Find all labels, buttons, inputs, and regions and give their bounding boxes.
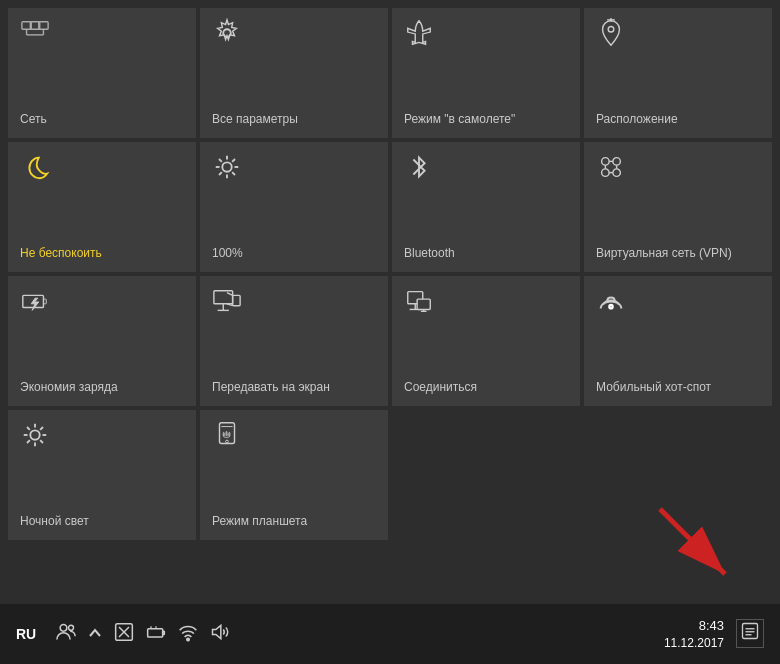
tile-network[interactable]: Сеть — [8, 8, 196, 138]
svg-marker-67 — [213, 625, 221, 638]
tile-settings-label: Все параметры — [212, 112, 376, 128]
svg-point-66 — [187, 638, 190, 641]
tile-nightlight[interactable]: Ночной свет — [8, 410, 196, 540]
svg-rect-33 — [233, 295, 241, 305]
svg-rect-63 — [163, 631, 165, 634]
taskbar-language: RU — [16, 626, 36, 642]
svg-rect-39 — [417, 299, 430, 309]
tile-donotdisturb[interactable]: Не беспокоить — [8, 142, 196, 272]
tiles-row-4: Ночной свет Режим планшета — [8, 410, 772, 540]
svg-line-49 — [40, 440, 43, 443]
tile-brightness-label: 100% — [212, 246, 376, 262]
taskbar-power-icon[interactable] — [146, 622, 166, 647]
taskbar-time-value: 8:43 — [664, 617, 724, 635]
tile-airplane[interactable]: Режим "в самолете" — [392, 8, 580, 138]
svg-rect-62 — [148, 628, 163, 636]
svg-rect-68 — [743, 624, 758, 639]
taskbar-people-icon[interactable] — [56, 622, 76, 647]
tile-brightness[interactable]: 100% — [200, 142, 388, 272]
tablet-icon — [212, 420, 376, 455]
tile-hotspot-label: Мобильный хот-спот — [596, 380, 760, 396]
svg-line-51 — [27, 440, 30, 443]
vpn-icon — [596, 152, 760, 187]
taskbar-action-center-button[interactable] — [736, 619, 764, 648]
svg-point-22 — [602, 169, 610, 177]
svg-line-19 — [219, 172, 222, 175]
hotspot-icon — [596, 286, 760, 321]
tile-donotdisturb-label: Не беспокоить — [20, 246, 184, 262]
battery-icon — [20, 286, 184, 321]
tile-project[interactable]: Передавать на экран — [200, 276, 388, 406]
taskbar-wifi-icon[interactable] — [178, 622, 198, 647]
svg-point-53 — [226, 440, 229, 443]
svg-point-21 — [613, 158, 621, 166]
svg-line-34 — [227, 293, 233, 296]
svg-point-58 — [69, 625, 74, 630]
tile-battery-label: Экономия заряда — [20, 380, 184, 396]
tile-nightlight-label: Ночной свет — [20, 514, 184, 530]
svg-line-50 — [40, 427, 43, 430]
tile-vpn-label: Виртуальная сеть (VPN) — [596, 246, 760, 262]
tile-hotspot[interactable]: Мобильный хот-спот — [584, 276, 772, 406]
svg-point-57 — [60, 624, 67, 631]
tile-battery[interactable]: Экономия заряда — [8, 276, 196, 406]
tile-network-label: Сеть — [20, 112, 184, 128]
tile-tablet[interactable]: Режим планшета — [200, 410, 388, 540]
svg-point-8 — [608, 26, 614, 32]
taskbar: RU — [0, 604, 780, 664]
tile-vpn[interactable]: Виртуальная сеть (VPN) — [584, 142, 772, 272]
tile-airplane-label: Режим "в самолете" — [404, 112, 568, 128]
svg-line-16 — [219, 159, 222, 162]
tiles-row-3: Экономия заряда Передавать на экран — [8, 276, 772, 406]
airplane-icon — [404, 18, 568, 53]
taskbar-nonotif-icon[interactable] — [114, 622, 134, 647]
location-icon — [596, 18, 760, 53]
svg-rect-29 — [43, 299, 46, 304]
taskbar-datetime: 8:43 11.12.2017 — [664, 617, 724, 652]
taskbar-date-value: 11.12.2017 — [664, 635, 724, 652]
bluetooth-icon — [404, 152, 568, 187]
tile-tablet-label: Режим планшета — [212, 514, 376, 530]
taskbar-right-section: 8:43 11.12.2017 — [664, 617, 764, 652]
tiles-row-2: Не беспокоить 100% — [8, 142, 772, 272]
svg-point-43 — [30, 430, 39, 439]
tile-connect[interactable]: Соединиться — [392, 276, 580, 406]
svg-rect-30 — [214, 291, 233, 304]
svg-line-17 — [232, 172, 235, 175]
svg-point-23 — [613, 169, 621, 177]
tile-location-label: Расположение — [596, 112, 760, 128]
tile-bluetooth[interactable]: Bluetooth — [392, 142, 580, 272]
empty-tile-4 — [584, 410, 772, 540]
tile-settings[interactable]: Все параметры — [200, 8, 388, 138]
taskbar-expand-icon[interactable] — [88, 624, 102, 645]
svg-point-11 — [222, 162, 231, 171]
tile-location[interactable]: Расположение — [584, 8, 772, 138]
moon-icon — [20, 152, 184, 187]
connect-icon — [404, 286, 568, 321]
taskbar-volume-icon[interactable] — [210, 622, 230, 647]
project-icon — [212, 286, 376, 321]
action-center: Сеть Все параметры Режим "в самолете" — [0, 0, 780, 604]
svg-point-20 — [602, 158, 610, 166]
tile-connect-label: Соединиться — [404, 380, 568, 396]
empty-tile-3 — [392, 410, 580, 540]
tiles-row-1: Сеть Все параметры Режим "в самолете" — [8, 8, 772, 138]
tile-project-label: Передавать на экран — [212, 380, 376, 396]
svg-line-48 — [27, 427, 30, 430]
svg-point-42 — [609, 305, 613, 309]
network-icon — [20, 18, 184, 53]
tile-bluetooth-label: Bluetooth — [404, 246, 568, 262]
nightlight-icon — [20, 420, 184, 455]
settings-icon — [212, 18, 376, 53]
brightness-icon — [212, 152, 376, 187]
svg-line-18 — [232, 159, 235, 162]
